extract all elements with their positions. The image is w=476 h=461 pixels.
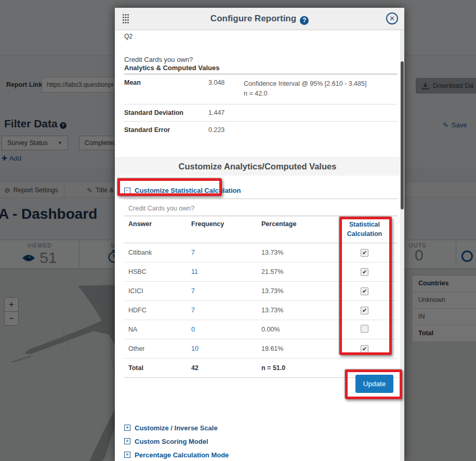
answer-cell: HSBC [124,268,191,275]
table-question-text: Credit Cards you own? [128,205,194,212]
answer-cell: Other [124,345,191,352]
customize-values-heading: Customize Analytics/Computed Values [115,157,400,176]
percentage-cell: 13.73% [261,287,332,295]
analytics-value: 3.048 [208,79,244,99]
answer-cell: ICICI [124,287,191,295]
annotation-box-checkbox-column [339,217,392,355]
percentage-cell: 13.73% [261,249,332,256]
analytics-detail: Confidence Interval @ 95% [2.610 - 3.485… [244,79,398,99]
analytics-row: Standard Error 0.223 [124,122,398,138]
total-label: Total [124,364,191,372]
percentage-header: Percentage [261,220,332,228]
frequency-header: Frequency [191,220,261,228]
analytics-label: Standard Error [124,126,208,134]
section-label: Customize / Inverse Scale [135,424,218,432]
total-frequency: 42 [191,364,261,372]
analytics-label: Mean [124,79,208,99]
expand-plus-icon[interactable]: + [124,438,130,444]
analytics-value: 1.447 [208,109,244,116]
frequency-link[interactable]: 7 [191,307,261,314]
scrollbar-thumb[interactable] [401,61,404,209]
percentage-cell: 13.73% [261,307,332,314]
frequency-link[interactable]: 10 [191,345,261,352]
percentage-cell: 0.00% [261,326,332,333]
frequency-link[interactable]: 0 [191,326,261,333]
frequency-link[interactable]: 11 [191,268,261,275]
collapsed-section-link[interactable]: + Percentage Calculation Mode [124,448,394,461]
analytics-table: Mean 3.048 Confidence Interval @ 95% [2.… [124,74,398,138]
collapsed-section-link[interactable]: + Custom Scoring Model [124,434,394,448]
divider [124,199,398,199]
total-n: n = 51.0 [261,364,332,372]
analytics-detail [244,126,398,134]
section-label: Custom Scoring Model [135,438,208,445]
answer-cell: NA [124,326,191,333]
annotation-box-update-button [345,370,402,399]
analytics-row: Standard Deviation 1.447 [124,104,398,122]
annotation-box-statistical-calculation-link [117,178,222,196]
analytics-heading: Analytics & Computed Values [124,64,220,72]
analytics-value: 0.223 [208,126,244,134]
expand-plus-icon[interactable]: + [124,425,130,431]
answer-header: Answer [124,220,191,228]
collapsed-section-link[interactable]: + Customize / Inverse Scale [124,421,394,434]
section-label: Percentage Calculation Mode [135,451,229,459]
help-icon[interactable]: ? [300,16,309,25]
analytics-label: Standard Deviation [124,109,208,116]
percentage-cell: 21.57% [261,268,332,275]
analytics-detail [244,109,398,116]
frequency-link[interactable]: 7 [191,287,261,295]
analytics-row: Mean 3.048 Confidence Interval @ 95% [2.… [124,74,398,104]
screen: ing▾ Text / Media▾ Report Link https://l… [0,0,476,461]
modal-title: Configure Reporting? [115,8,404,30]
question-text: Credit Cards you own? [124,56,193,63]
expand-plus-icon[interactable]: + [124,452,130,458]
percentage-cell: 19.61% [261,345,332,352]
close-button[interactable]: ✕ [386,12,398,24]
answer-cell: Citibank [124,249,191,256]
collapsed-sections: + Customize / Inverse Scale + Custom Sco… [124,421,394,461]
question-code: Q2 [124,33,133,40]
answer-cell: HDFC [124,307,191,314]
frequency-link[interactable]: 7 [191,249,261,256]
